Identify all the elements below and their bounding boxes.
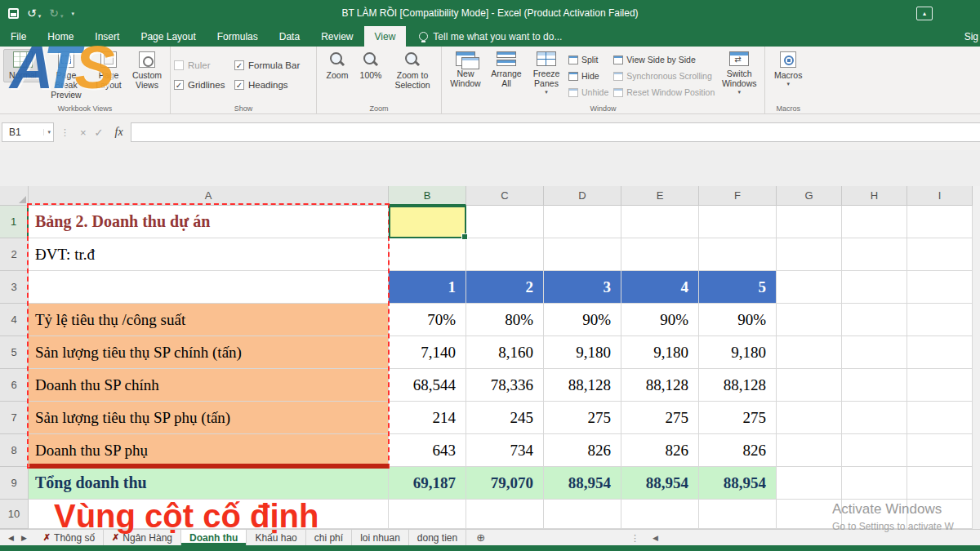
sheet-nav-right-icon[interactable]: ▶	[21, 534, 27, 542]
ribbon-tab-home[interactable]: Home	[37, 26, 84, 47]
cancel-icon[interactable]: ×	[80, 127, 87, 139]
macros-button[interactable]: Macros ▾	[768, 49, 808, 90]
checkbox-headings[interactable]: ✓Headings	[234, 75, 313, 95]
cell-e10[interactable]	[621, 500, 699, 529]
switch-windows-button[interactable]: Switch Windows ▾	[717, 49, 761, 98]
cell-i6[interactable]	[907, 369, 973, 402]
row-header-8[interactable]: 8	[0, 434, 29, 467]
row-header-5[interactable]: 5	[0, 336, 29, 369]
save-icon[interactable]	[8, 8, 19, 19]
cell-f4[interactable]: 90%	[699, 304, 777, 336]
unhide-button[interactable]: Unhide	[566, 86, 611, 99]
cell-g6[interactable]	[777, 369, 842, 402]
cell-h8[interactable]	[842, 434, 907, 467]
cell-g4[interactable]	[777, 304, 842, 336]
hide-button[interactable]: Hide	[566, 69, 611, 82]
custom-views-button[interactable]: Custom Views	[127, 49, 167, 92]
row-header-9[interactable]: 9	[0, 467, 29, 500]
column-header-g[interactable]: G	[777, 186, 842, 206]
zoom-button[interactable]: Zoom	[320, 49, 354, 82]
cell-f9[interactable]: 88,954	[699, 467, 777, 500]
name-box[interactable]: B1 ▾	[2, 122, 54, 142]
cell-d2[interactable]	[544, 238, 621, 271]
page-layout-button[interactable]: Page Layout	[90, 49, 127, 92]
cell-a5[interactable]: Sản lượng tiêu thụ SP chính (tấn)	[29, 336, 389, 369]
checkbox-ruler[interactable]: Ruler	[174, 56, 234, 75]
cell-e8[interactable]: 826	[621, 434, 699, 467]
formula-input[interactable]	[131, 122, 980, 142]
cell-c2[interactable]	[466, 238, 544, 271]
cell-i2[interactable]	[907, 238, 973, 271]
column-header-e[interactable]: E	[621, 186, 699, 206]
cell-a1[interactable]: Bảng 2. Doanh thu dự án	[29, 206, 389, 238]
view-side-by-side-button[interactable]: View Side by Side	[611, 53, 717, 66]
cell-e4[interactable]: 90%	[621, 304, 699, 336]
cell-b3[interactable]: 1	[389, 271, 466, 304]
customize-qat-button[interactable]: ▾	[72, 11, 75, 16]
cell-g3[interactable]	[777, 271, 842, 304]
cell-d5[interactable]: 9,180	[544, 336, 621, 369]
cell-i5[interactable]	[907, 336, 973, 369]
cell-g5[interactable]	[777, 336, 842, 369]
cell-h5[interactable]	[842, 336, 907, 369]
cell-c10[interactable]	[466, 500, 544, 529]
cell-g2[interactable]	[777, 238, 842, 271]
cell-b7[interactable]: 214	[389, 402, 466, 434]
cell-i1[interactable]	[907, 206, 973, 238]
row-header-3[interactable]: 3	[0, 271, 29, 304]
cell-e9[interactable]: 88,954	[621, 467, 699, 500]
row-header-10[interactable]: 10	[0, 500, 29, 529]
cell-a9[interactable]: Tổng doanh thu	[29, 467, 389, 500]
cell-g1[interactable]	[777, 206, 842, 238]
ribbon-tab-view[interactable]: View	[364, 26, 407, 47]
cell-f6[interactable]: 88,128	[699, 369, 777, 402]
sign-in-button[interactable]: Sig	[963, 26, 980, 47]
normal-view-button[interactable]: Normal	[3, 49, 42, 82]
cell-a6[interactable]: Doanh thu SP chính	[29, 369, 389, 402]
cell-b1[interactable]	[389, 206, 466, 238]
cell-c4[interactable]: 80%	[466, 304, 544, 336]
cell-e7[interactable]: 275	[621, 402, 699, 434]
page-break-preview-button[interactable]: Page Break Preview	[42, 49, 90, 102]
insert-function-icon[interactable]: fx	[115, 126, 123, 139]
cell-h9[interactable]	[842, 467, 907, 500]
ribbon-tab-insert[interactable]: Insert	[84, 26, 130, 47]
cell-f1[interactable]	[699, 206, 777, 238]
ribbon-tab-file[interactable]: File	[0, 26, 37, 47]
cell-i3[interactable]	[907, 271, 973, 304]
cell-e5[interactable]: 9,180	[621, 336, 699, 369]
cell-c5[interactable]: 8,160	[466, 336, 544, 369]
row-header-7[interactable]: 7	[0, 402, 29, 434]
cell-a4[interactable]: Tỷ lệ tiêu thụ /công suất	[29, 304, 389, 336]
ribbon-tab-page-layout[interactable]: Page Layout	[130, 26, 206, 47]
cell-e2[interactable]	[621, 238, 699, 271]
column-header-f[interactable]: F	[699, 186, 777, 206]
cell-c3[interactable]: 2	[466, 271, 544, 304]
column-header-c[interactable]: C	[466, 186, 544, 206]
reset-window-position-button[interactable]: Reset Window Position	[611, 86, 717, 99]
enter-icon[interactable]: ✓	[95, 127, 104, 139]
split-button[interactable]: Split	[566, 53, 611, 66]
checkbox-formula-bar[interactable]: ✓Formula Bar	[234, 56, 313, 75]
tab-splitter-icon[interactable]: ⋮	[630, 530, 639, 546]
cell-d6[interactable]: 88,128	[544, 369, 621, 402]
row-header-4[interactable]: 4	[0, 304, 29, 336]
cell-d8[interactable]: 826	[544, 434, 621, 467]
column-header-h[interactable]: H	[842, 186, 907, 206]
cell-d7[interactable]: 275	[544, 402, 621, 434]
cell-d1[interactable]	[544, 206, 621, 238]
cell-a3[interactable]	[29, 271, 389, 304]
ribbon-tab-review[interactable]: Review	[310, 26, 363, 47]
new-window-button[interactable]: New Window	[445, 49, 486, 91]
cell-i4[interactable]	[907, 304, 973, 336]
cell-i7[interactable]	[907, 402, 973, 434]
cell-f3[interactable]: 5	[699, 271, 777, 304]
cell-f10[interactable]	[699, 500, 777, 529]
cell-e1[interactable]	[621, 206, 699, 238]
cell-g9[interactable]	[777, 467, 842, 500]
freeze-panes-button[interactable]: Freeze Panes ▾	[527, 49, 566, 98]
cell-h1[interactable]	[842, 206, 907, 238]
cell-i8[interactable]	[907, 434, 973, 467]
cell-b10[interactable]	[389, 500, 466, 529]
cell-b9[interactable]: 69,187	[389, 467, 466, 500]
